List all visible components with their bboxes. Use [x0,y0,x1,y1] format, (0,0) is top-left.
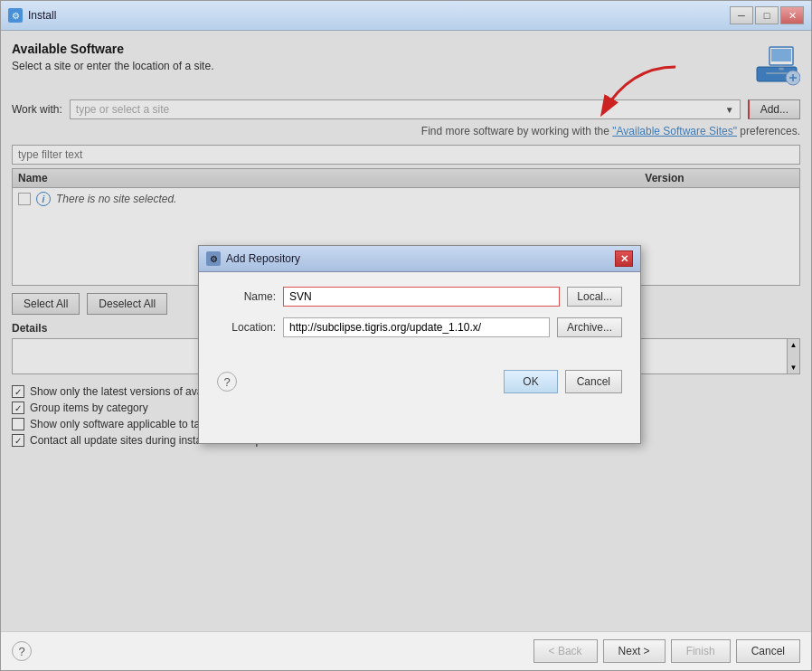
dialog-action-buttons: OK Cancel [504,370,622,393]
dialog-body: Name: Local... Location: Archive... [199,272,640,363]
dialog-cancel-button[interactable]: Cancel [565,370,622,393]
window-title: Install [28,9,56,22]
dialog-name-row: Name: Local... [217,287,622,307]
dialog-title-bar: ⚙ Add Repository ✕ [199,246,640,272]
footer-buttons: < Back Next > Finish Cancel [533,639,800,663]
footer: ? < Back Next > Finish Cancel [1,631,811,670]
title-bar-left: ⚙ Install [8,8,56,23]
window-controls: ─ □ ✕ [730,6,804,24]
modal-overlay: ⚙ Add Repository ✕ Name: Local... Locati… [1,31,811,631]
dialog-close-button[interactable]: ✕ [615,250,633,267]
dialog-location-label: Location: [217,321,276,334]
dialog-name-label: Name: [217,290,276,303]
dialog-footer: ? OK Cancel [199,363,640,408]
finish-button[interactable]: Finish [671,639,731,663]
dialog-help-button[interactable]: ? [217,372,237,392]
dialog-location-row: Location: Archive... [217,317,622,337]
dialog-location-input[interactable] [283,317,550,337]
install-icon: ⚙ [8,8,23,23]
title-bar: ⚙ Install ─ □ ✕ [1,1,811,31]
dialog-local-button[interactable]: Local... [567,287,622,307]
add-repository-dialog: ⚙ Add Repository ✕ Name: Local... Locati… [198,245,641,444]
next-button[interactable]: Next > [603,639,666,663]
minimize-button[interactable]: ─ [730,6,753,24]
close-button[interactable]: ✕ [780,6,804,24]
footer-left: ? [12,641,32,661]
dialog-archive-button[interactable]: Archive... [557,317,622,337]
maximize-button[interactable]: □ [755,6,779,24]
dialog-ok-button[interactable]: OK [504,370,557,393]
help-symbol: ? [18,645,24,658]
dialog-title-left: ⚙ Add Repository [206,251,300,266]
main-window: ⚙ Install ─ □ ✕ Available Software Selec… [0,0,812,671]
dialog-title: Add Repository [226,252,300,265]
dialog-help-symbol: ? [223,375,230,389]
back-button[interactable]: < Back [533,639,598,663]
dialog-name-input[interactable] [283,287,560,307]
help-button[interactable]: ? [12,641,32,661]
cancel-button[interactable]: Cancel [736,639,800,663]
main-content: Available Software Select a site or ente… [1,31,811,631]
dialog-gear-icon: ⚙ [206,251,221,266]
